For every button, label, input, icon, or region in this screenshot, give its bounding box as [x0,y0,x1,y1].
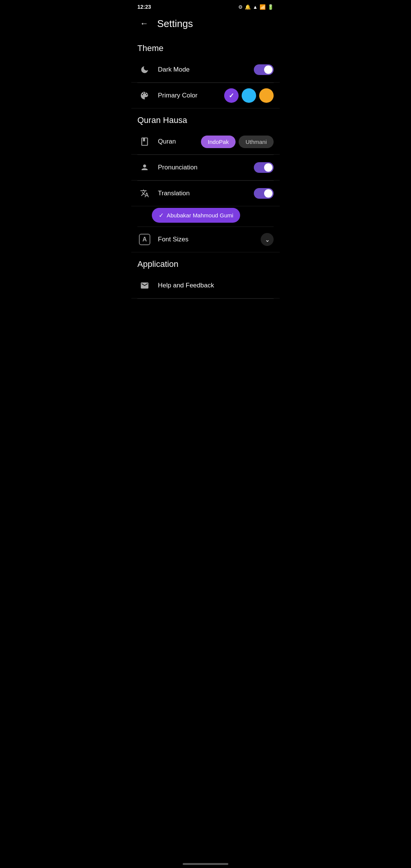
dropdown-icon[interactable]: ⌄ [261,233,274,246]
font-sizes-label: Font Sizes [158,236,255,243]
check-icon: ✓ [229,92,234,100]
indopak-button[interactable]: IndoPak [201,136,236,148]
primary-color-row: Primary Color ✓ [131,83,280,108]
translation-check-icon: ✓ [159,212,164,219]
primary-color-label: Primary Color [158,92,218,99]
help-feedback-label: Help and Feedback [158,282,274,289]
dark-mode-toggle[interactable] [254,64,274,75]
font-sizes-row[interactable]: A Font Sizes ⌄ [131,227,280,252]
translation-pill[interactable]: ✓ Abubakar Mahmoud Gumi [152,208,240,223]
dark-mode-row: Dark Mode [131,57,280,83]
signal-icon: 📶 [260,4,266,10]
dark-mode-label: Dark Mode [158,66,248,73]
font-icon-box: A [139,234,150,245]
wifi-icon: ▲ [253,4,258,10]
header: ← Settings [131,12,280,37]
notification-icon: 🔔 [245,4,251,10]
translation-name: Abubakar Mahmoud Gumi [167,212,233,219]
translation-label: Translation [158,190,248,197]
status-icons: ⚙ 🔔 ▲ 📶 🔋 [238,4,274,10]
color-swatch-blue[interactable] [242,88,256,103]
pronunciation-icon [137,160,152,175]
quran-row: Quran IndoPak Uthmani [131,129,280,155]
theme-section-header: Theme [131,37,280,57]
toggle-knob [264,65,272,74]
quran-label: Quran [158,138,195,145]
color-swatches: ✓ [224,88,274,103]
translation-icon [137,186,152,201]
color-swatch-purple[interactable]: ✓ [224,88,239,103]
moon-icon [137,62,152,77]
battery-icon: 🔋 [268,4,274,10]
quran-hausa-section-header: Quran Hausa [131,108,280,129]
translation-toggle[interactable] [254,188,274,199]
quran-icon [137,134,152,149]
palette-icon [137,88,152,103]
pronunciation-toggle-knob [264,163,272,172]
pronunciation-row: Pronunciation [131,155,280,180]
application-section-header: Application [131,252,280,273]
pronunciation-toggle[interactable] [254,162,274,173]
font-sizes-icon: A [137,232,152,247]
status-bar: 12:23 ⚙ 🔔 ▲ 📶 🔋 [131,0,280,12]
color-swatch-orange[interactable] [259,88,274,103]
settings-status-icon: ⚙ [238,4,243,10]
uthmani-button[interactable]: Uthmani [239,136,274,148]
translation-selector[interactable]: ✓ Abubakar Mahmoud Gumi [152,208,274,223]
status-time: 12:23 [137,4,151,10]
divider-5 [137,298,274,299]
mail-icon [137,278,152,293]
pronunciation-label: Pronunciation [158,164,248,171]
translation-toggle-knob [264,189,272,198]
help-feedback-row[interactable]: Help and Feedback [131,273,280,298]
back-button[interactable]: ← [137,17,151,30]
translation-row: Translation [131,181,280,206]
page-title: Settings [157,18,193,30]
quran-style-buttons: IndoPak Uthmani [201,136,274,148]
